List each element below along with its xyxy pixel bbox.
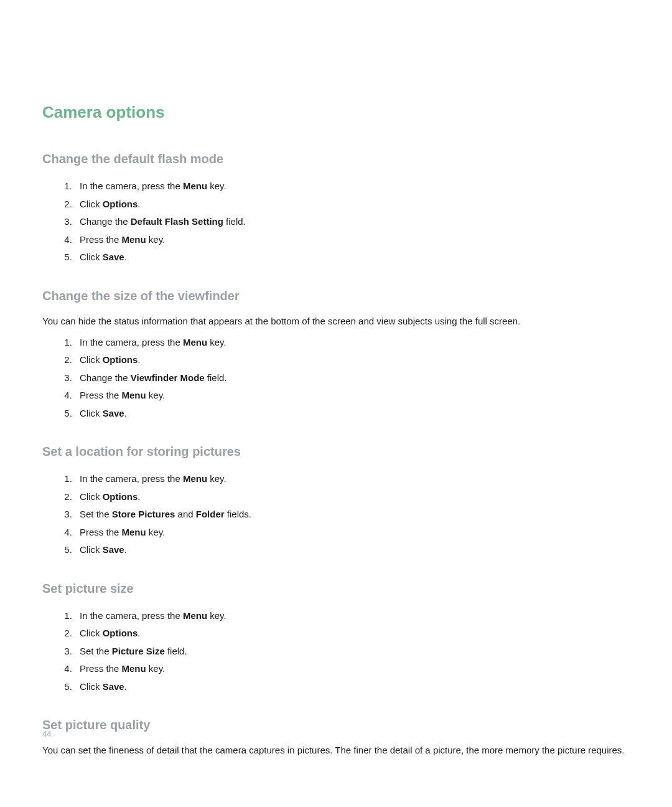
step-bold-text: Menu bbox=[183, 610, 207, 621]
step-text: Change the bbox=[80, 372, 131, 383]
section: Set a location for storing picturesIn th… bbox=[42, 445, 630, 559]
step-item: In the camera, press the Menu key. bbox=[75, 470, 630, 488]
step-text: . bbox=[124, 544, 127, 555]
step-bold-text: Menu bbox=[183, 473, 207, 484]
step-item: Change the Viewfinder Mode field. bbox=[75, 369, 630, 387]
step-text: Press the bbox=[80, 234, 122, 245]
step-item: In the camera, press the Menu key. bbox=[75, 607, 630, 625]
intro-text: You can hide the status information that… bbox=[42, 314, 630, 328]
step-text: Press the bbox=[80, 663, 122, 674]
step-text: In the camera, press the bbox=[80, 181, 183, 191]
step-text: Press the bbox=[80, 527, 122, 537]
step-list: In the camera, press the Menu key.Click … bbox=[42, 470, 630, 559]
step-bold-text: Save bbox=[103, 408, 124, 418]
intro-text: You can set the fineness of detail that … bbox=[42, 743, 630, 757]
sub-heading: Set a location for storing pictures bbox=[42, 445, 630, 459]
step-text: field. bbox=[205, 372, 227, 383]
step-text: . bbox=[124, 408, 127, 418]
step-item: Click Options. bbox=[75, 351, 630, 369]
step-bold-text: Picture Size bbox=[112, 646, 165, 656]
step-item: Click Options. bbox=[75, 488, 630, 506]
step-text: Click bbox=[80, 628, 103, 638]
step-item: Press the Menu key. bbox=[75, 387, 630, 405]
step-bold-text: Options bbox=[103, 354, 138, 365]
step-item: Change the Default Flash Setting field. bbox=[75, 213, 630, 231]
step-text: key. bbox=[207, 610, 226, 621]
step-bold-text: Menu bbox=[183, 337, 207, 347]
step-bold-text: Store Pictures bbox=[112, 509, 175, 519]
step-text: field. bbox=[223, 216, 246, 227]
step-bold-text: Save bbox=[103, 544, 124, 555]
step-list: In the camera, press the Menu key.Click … bbox=[42, 177, 630, 267]
step-bold-text: Menu bbox=[122, 663, 146, 674]
step-text: fields. bbox=[225, 509, 251, 519]
step-text: key. bbox=[146, 663, 166, 674]
step-item: In the camera, press the Menu key. bbox=[75, 177, 630, 196]
step-text: key. bbox=[146, 234, 166, 245]
step-bold-text: Viewfinder Mode bbox=[131, 372, 205, 383]
step-text: Set the bbox=[80, 509, 112, 519]
main-heading: Camera options bbox=[42, 103, 630, 122]
sections-container: Change the default flash modeIn the came… bbox=[42, 152, 630, 757]
step-text: In the camera, press the bbox=[80, 337, 183, 347]
step-item: In the camera, press the Menu key. bbox=[75, 334, 630, 352]
step-text: . bbox=[138, 491, 140, 502]
step-text: Click bbox=[80, 252, 103, 262]
step-text: key. bbox=[146, 390, 166, 400]
step-text: Click bbox=[80, 354, 103, 365]
step-text: key. bbox=[207, 337, 226, 347]
step-text: key. bbox=[207, 473, 226, 484]
step-text: and bbox=[175, 509, 195, 519]
step-bold-text: Default Flash Setting bbox=[131, 216, 223, 227]
step-item: Click Save. bbox=[75, 248, 630, 267]
step-text: . bbox=[138, 354, 140, 365]
sub-heading: Change the size of the viewfinder bbox=[42, 289, 630, 303]
step-text: In the camera, press the bbox=[80, 610, 183, 621]
step-text: Set the bbox=[80, 646, 112, 656]
step-bold-text: Menu bbox=[183, 181, 207, 191]
step-text: . bbox=[138, 199, 140, 209]
step-item: Press the Menu key. bbox=[75, 660, 630, 678]
step-item: Press the Menu key. bbox=[75, 524, 630, 542]
step-text: Click bbox=[80, 199, 103, 209]
step-bold-text: Menu bbox=[122, 234, 146, 245]
step-item: Set the Store Pictures and Folder fields… bbox=[75, 506, 630, 524]
step-text: Click bbox=[80, 544, 103, 555]
step-text: . bbox=[138, 628, 140, 638]
step-item: Click Save. bbox=[75, 405, 630, 423]
step-text: Click bbox=[80, 491, 103, 502]
sub-heading: Set picture size bbox=[42, 582, 630, 596]
document-page: Camera options Change the default flash … bbox=[0, 0, 672, 757]
step-item: Click Options. bbox=[75, 196, 630, 214]
step-item: Press the Menu key. bbox=[75, 231, 630, 249]
step-list: In the camera, press the Menu key.Click … bbox=[42, 334, 630, 423]
step-bold-text: Save bbox=[103, 252, 124, 262]
step-bold-text: Save bbox=[103, 681, 124, 692]
section: Set picture sizeIn the camera, press the… bbox=[42, 582, 630, 696]
step-bold-text: Options bbox=[103, 628, 138, 638]
step-bold-text: Options bbox=[103, 491, 138, 502]
step-text: Click bbox=[80, 408, 103, 418]
step-text: Press the bbox=[80, 390, 122, 400]
step-text: key. bbox=[146, 527, 166, 537]
sub-heading: Change the default flash mode bbox=[42, 152, 630, 166]
section: Change the default flash modeIn the came… bbox=[42, 152, 630, 267]
step-bold-text: Folder bbox=[196, 509, 225, 519]
step-text: field. bbox=[165, 646, 187, 656]
step-text: . bbox=[124, 252, 127, 262]
sub-heading: Set picture quality bbox=[42, 718, 630, 732]
step-text: Click bbox=[80, 681, 103, 692]
step-item: Click Save. bbox=[75, 678, 630, 696]
section: Set picture qualityYou can set the finen… bbox=[42, 718, 630, 757]
step-bold-text: Menu bbox=[122, 527, 146, 537]
step-text: Change the bbox=[80, 216, 131, 227]
step-item: Click Options. bbox=[75, 625, 630, 643]
step-text: . bbox=[124, 681, 127, 692]
step-text: key. bbox=[207, 181, 226, 191]
step-text: In the camera, press the bbox=[80, 473, 183, 484]
page-number: 44 bbox=[42, 729, 51, 739]
step-item: Set the Picture Size field. bbox=[75, 643, 630, 661]
step-item: Click Save. bbox=[75, 541, 630, 559]
step-list: In the camera, press the Menu key.Click … bbox=[42, 607, 630, 696]
step-bold-text: Menu bbox=[122, 390, 146, 400]
